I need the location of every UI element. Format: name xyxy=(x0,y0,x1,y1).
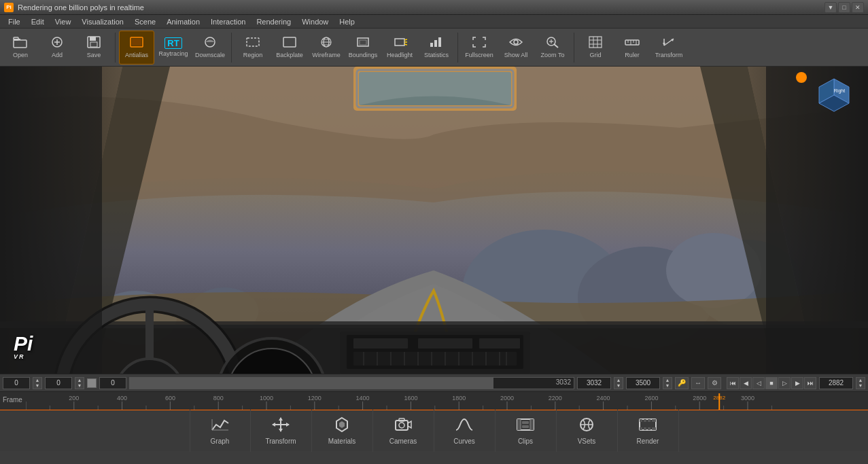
svg-rect-158 xyxy=(530,419,534,430)
status-indicator xyxy=(796,72,807,83)
antialias-button[interactable]: Antialias xyxy=(119,31,154,65)
fullscreen-button[interactable]: Fullscreen xyxy=(462,31,497,65)
svg-text:2882: 2882 xyxy=(713,395,725,401)
backplate-button[interactable]: Backplate xyxy=(272,31,307,65)
current-frame-spinner[interactable]: ▲ ▼ xyxy=(614,377,623,389)
wireframe-icon xyxy=(319,36,334,50)
menu-help[interactable]: Help xyxy=(334,16,360,27)
current-frame-input[interactable] xyxy=(577,377,611,389)
save-label: Save xyxy=(87,52,101,58)
step-forward-button[interactable]: ▶ xyxy=(791,377,803,389)
svg-rect-86 xyxy=(0,67,102,374)
minimize-button[interactable]: ▼ xyxy=(824,2,837,13)
tab-clips[interactable]: Clips xyxy=(496,410,557,452)
region-button[interactable]: Region xyxy=(235,31,271,65)
max-frame-spinner[interactable]: ▲ ▼ xyxy=(663,377,672,389)
open-button[interactable]: Open xyxy=(3,31,38,65)
statistics-label: Statistics xyxy=(424,52,449,58)
transform-button[interactable]: Transform xyxy=(651,31,687,65)
timeline-progress-bar[interactable]: 3032 xyxy=(129,377,574,389)
menu-interaction[interactable]: Interaction xyxy=(205,16,251,27)
add-button[interactable]: Add xyxy=(39,31,75,65)
wireframe-label: Wireframe xyxy=(312,52,341,58)
tab-transform-label: Transform xyxy=(265,438,296,445)
end-frame-spinner[interactable]: ▲ ▼ xyxy=(75,377,84,389)
timeline-settings-btn[interactable]: ⚙ xyxy=(708,377,721,389)
close-button[interactable]: ✕ xyxy=(852,2,864,13)
tab-vsets[interactable]: VSets xyxy=(557,410,618,452)
next-frame-button[interactable]: ▷ xyxy=(778,377,791,389)
frame-number-input[interactable] xyxy=(99,377,126,389)
viewport-scene xyxy=(0,67,868,374)
end-frame-input[interactable] xyxy=(45,377,72,389)
svg-text:1000: 1000 xyxy=(260,395,273,401)
menu-view[interactable]: View xyxy=(50,16,77,27)
tab-transform[interactable]: Transform xyxy=(251,410,312,452)
svg-rect-166 xyxy=(640,419,642,422)
go-to-start-button[interactable]: ⏮ xyxy=(727,377,739,389)
show-all-label: Show All xyxy=(504,52,528,58)
key-icon-btn[interactable]: 🔑 xyxy=(675,377,689,389)
fullscreen-icon xyxy=(472,36,487,50)
headlight-button[interactable]: Headlight xyxy=(382,31,417,65)
navigation-cube[interactable]: Right xyxy=(814,73,854,114)
open-label: Open xyxy=(13,52,28,58)
wireframe-button[interactable]: Wireframe xyxy=(309,31,344,65)
open-icon xyxy=(13,36,28,50)
menu-scene[interactable]: Scene xyxy=(129,16,161,27)
start-frame-input[interactable] xyxy=(3,377,30,389)
svg-rect-27 xyxy=(438,37,441,47)
titlebar-controls[interactable]: ▼ □ ✕ xyxy=(824,2,864,13)
tab-vsets-label: VSets xyxy=(578,438,596,445)
grid-label: Grid xyxy=(589,52,601,58)
menu-visualization[interactable]: Visualization xyxy=(76,16,129,27)
menu-window[interactable]: Window xyxy=(296,16,334,27)
ruler-button[interactable]: Ruler xyxy=(614,31,650,65)
maximize-button[interactable]: □ xyxy=(838,2,850,13)
current-time-input[interactable] xyxy=(819,377,853,389)
step-back-button[interactable]: ◀ xyxy=(740,377,752,389)
tab-render[interactable]: Render xyxy=(618,410,679,452)
menu-file[interactable]: File xyxy=(3,16,26,27)
materials-icon xyxy=(332,416,351,435)
svg-text:1400: 1400 xyxy=(356,395,370,401)
timeline-expand-btn[interactable]: ↔ xyxy=(691,377,705,389)
prev-frame-button[interactable]: ◁ xyxy=(752,377,765,389)
tab-materials[interactable]: Materials xyxy=(312,410,373,452)
timeline-controls: ▲ ▼ ▲ ▼ 3032 ▲ ▼ ▲ ▼ 🔑 ↔ xyxy=(0,374,868,392)
grid-button[interactable]: Grid xyxy=(578,31,613,65)
menu-rendering[interactable]: Rendering xyxy=(251,16,296,27)
viewport[interactable]: Pi VR Right xyxy=(0,67,868,374)
svg-rect-12 xyxy=(247,38,259,46)
statistics-button[interactable]: Statistics xyxy=(419,31,454,65)
ruler-track[interactable]: 2004006008001000120014001600180020002200… xyxy=(26,393,868,410)
stop-button[interactable]: ■ xyxy=(765,377,778,389)
fullscreen-label: Fullscreen xyxy=(465,52,493,58)
current-time-spinner[interactable]: ▲ ▼ xyxy=(856,377,865,389)
boundings-button[interactable]: Boundings xyxy=(345,31,381,65)
go-to-end-button[interactable]: ⏭ xyxy=(804,377,816,389)
downscale-button[interactable]: Downscale xyxy=(192,31,228,65)
menu-animation[interactable]: Animation xyxy=(161,16,205,27)
toolbar: Open Add Save Antialias RT Raytracing Do… xyxy=(0,29,868,67)
timeline-ruler[interactable]: Frame 2004006008001000120014001600180020… xyxy=(0,392,868,410)
svg-rect-55 xyxy=(0,321,868,328)
zoom-to-label: Zoom To xyxy=(541,52,565,58)
tab-cameras[interactable]: Cameras xyxy=(373,410,434,452)
svg-marker-146 xyxy=(279,429,283,432)
tab-graph[interactable]: Graph xyxy=(190,410,251,452)
tab-clips-label: Clips xyxy=(518,438,533,445)
max-frame-input[interactable] xyxy=(626,377,660,389)
save-button[interactable]: Save xyxy=(76,31,111,65)
menu-edit[interactable]: Edit xyxy=(26,16,50,27)
region-label: Region xyxy=(243,52,263,58)
show-all-button[interactable]: Show All xyxy=(498,31,534,65)
svg-rect-13 xyxy=(283,37,296,47)
zoom-to-button[interactable]: Zoom To xyxy=(535,31,570,65)
raytracing-button[interactable]: RT Raytracing xyxy=(156,31,191,65)
tab-curves[interactable]: Curves xyxy=(434,410,496,452)
svg-rect-20 xyxy=(360,40,366,45)
transform-tab-icon xyxy=(271,416,290,435)
start-frame-spinner[interactable]: ▲ ▼ xyxy=(33,377,42,389)
color-box[interactable] xyxy=(87,378,97,388)
